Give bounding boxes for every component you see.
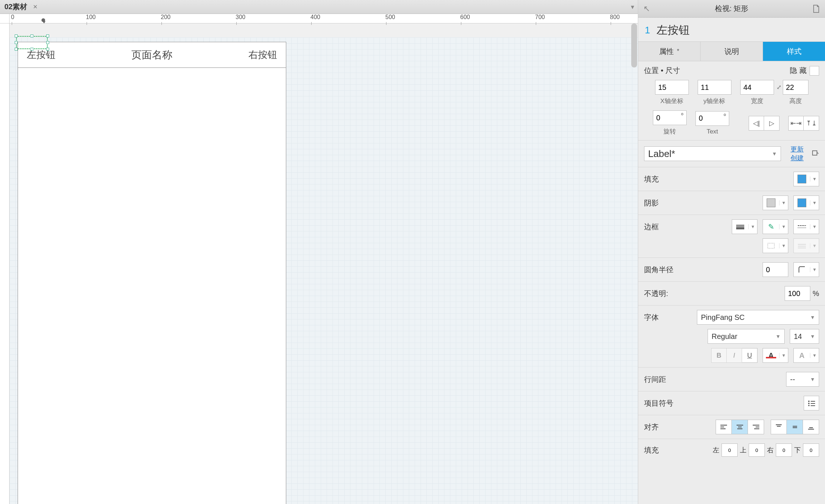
text-rotation-input[interactable] <box>695 111 729 126</box>
style-update-link[interactable]: 更新 <box>791 145 804 154</box>
tab-bar: 02素材 × ▾ <box>0 0 638 14</box>
opacity-label: 不透明: <box>644 289 677 299</box>
text-extra-picker[interactable]: A▼ <box>793 348 819 363</box>
pad-left-input[interactable] <box>722 443 738 457</box>
inspector-title: 检视: 矩形 <box>715 4 748 14</box>
document-tab[interactable]: 02素材 <box>4 2 30 12</box>
border-color-picker[interactable]: ✎▼ <box>763 219 788 234</box>
bold-button[interactable]: B <box>711 348 727 363</box>
align-middle-button[interactable] <box>787 420 803 434</box>
tab-properties[interactable]: 属性* <box>638 42 701 61</box>
pad-bottom-input[interactable] <box>803 443 819 457</box>
page-title-widget[interactable]: 页面名称 <box>18 48 286 62</box>
inspector-panel: ↖ 检视: 矩形 1 左按钮 属性* 说明 样式 位置 • 尺寸 隐 藏 <box>638 0 825 504</box>
line-height-dropdown[interactable]: --▼ <box>786 372 819 387</box>
artboard[interactable]: 左按钮 页面名称 右按钮 <box>18 42 286 504</box>
pad-top-input[interactable] <box>749 443 765 457</box>
width-label: 宽度 <box>740 97 774 105</box>
bullets-button[interactable] <box>804 396 819 410</box>
section-font: 字体 PingFang SC▼ Regular▼ 14▼ B I U <box>638 306 825 368</box>
align-top-button[interactable] <box>771 420 787 434</box>
pad-left-label: 左 <box>713 446 719 454</box>
inner-shadow-picker[interactable]: ▼ <box>793 196 819 210</box>
inspector-header: ↖ 检视: 矩形 <box>638 0 825 18</box>
tab-menu-icon[interactable]: ▾ <box>631 3 634 11</box>
align-bottom-button[interactable] <box>803 420 819 434</box>
ruler-mark: 700 <box>535 14 545 21</box>
canvas-area: 02素材 × ▾ 0 100 200 300 400 500 600 700 8… <box>0 0 638 504</box>
align-label: 对齐 <box>644 422 677 432</box>
radius-input[interactable] <box>763 262 788 277</box>
flip-vertical-icon[interactable]: ▷ <box>764 116 779 131</box>
padding-label: 填充 <box>644 445 677 455</box>
ruler-mark: 300 <box>236 14 246 21</box>
svg-point-9 <box>808 401 810 402</box>
radius-corner-picker[interactable]: ▼ <box>793 262 819 277</box>
section-fill: 填充 ▼ <box>638 167 825 191</box>
pad-bottom-label: 下 <box>794 446 801 454</box>
hide-label: 隐 藏 <box>790 66 807 76</box>
left-button-widget[interactable]: 左按钮 <box>27 48 55 61</box>
style-dropdown[interactable]: Label*▼ <box>644 146 781 161</box>
fit-width-icon[interactable]: ⇤⇥ <box>788 116 804 131</box>
x-label: X轴坐标 <box>655 97 689 105</box>
right-button-widget[interactable]: 右按钮 <box>248 48 277 61</box>
italic-button[interactable]: I <box>727 348 742 363</box>
section-padding: 填充 左 上 右 下 <box>638 439 825 461</box>
section-border: 边框 ▼ ✎▼ ▼ ▼ ▼ <box>638 215 825 258</box>
font-family-dropdown[interactable]: PingFang SC▼ <box>697 310 819 325</box>
font-label: 字体 <box>644 313 677 322</box>
flip-horizontal-icon[interactable]: ◁| <box>749 116 764 131</box>
height-label: 高度 <box>783 97 808 105</box>
ruler-corner <box>0 14 10 23</box>
radius-label: 圆角半径 <box>644 265 677 275</box>
height-input[interactable] <box>783 80 808 95</box>
ruler-mark: 200 <box>161 14 171 21</box>
align-left-button[interactable] <box>716 420 732 434</box>
width-input[interactable] <box>740 80 774 95</box>
lock-aspect-icon[interactable]: ⤢ <box>777 84 781 91</box>
fit-height-icon[interactable]: ⤒⤓ <box>804 116 819 131</box>
back-icon[interactable]: ↖ <box>643 4 650 14</box>
pad-top-label: 上 <box>740 446 746 454</box>
align-right-button[interactable] <box>748 420 764 434</box>
border-width-picker[interactable]: ▼ <box>732 219 757 234</box>
hide-checkbox[interactable] <box>810 66 819 76</box>
fill-label: 填充 <box>644 174 677 184</box>
svg-point-13 <box>808 405 810 406</box>
section-opacity: 不透明: % <box>638 282 825 306</box>
align-center-button[interactable] <box>732 420 748 434</box>
tab-style[interactable]: 样式 <box>763 42 825 61</box>
section-bullets: 项目符号 <box>638 391 825 415</box>
border-visibility-picker[interactable]: ▼ <box>763 238 788 253</box>
outer-shadow-picker[interactable]: ▼ <box>763 196 788 210</box>
border-pattern-picker[interactable]: ▼ <box>793 238 819 253</box>
text-color-picker[interactable]: A▼ <box>763 348 788 363</box>
close-tab-icon[interactable]: × <box>30 3 40 11</box>
fill-color-picker[interactable]: ▼ <box>793 172 819 186</box>
element-index: 1 <box>645 25 650 36</box>
vertical-ruler[interactable] <box>0 23 10 504</box>
ruler-mark: 600 <box>460 14 470 21</box>
x-input[interactable] <box>655 80 689 95</box>
horizontal-ruler[interactable]: 0 100 200 300 400 500 600 700 800 <box>10 14 638 23</box>
tab-notes[interactable]: 说明 <box>701 42 763 61</box>
inspector-tabs: 属性* 说明 样式 <box>638 41 825 61</box>
edit-style-icon[interactable] <box>812 150 819 157</box>
underline-button[interactable]: U <box>742 348 757 363</box>
notes-icon[interactable] <box>813 5 820 13</box>
svg-point-11 <box>808 403 810 404</box>
ruler-playhead-icon[interactable] <box>40 18 47 23</box>
font-size-dropdown[interactable]: 14▼ <box>790 329 819 344</box>
canvas-viewport[interactable]: 左按钮 页面名称 右按钮 <box>10 37 638 504</box>
font-weight-dropdown[interactable]: Regular▼ <box>708 329 785 344</box>
border-style-picker[interactable]: ▼ <box>793 219 819 234</box>
opacity-input[interactable] <box>785 286 810 301</box>
canvas-scrollbar[interactable] <box>631 23 637 67</box>
element-name[interactable]: 左按钮 <box>657 23 690 38</box>
y-input[interactable] <box>698 80 731 95</box>
element-name-row: 1 左按钮 <box>638 18 825 41</box>
pad-right-input[interactable] <box>776 443 792 457</box>
style-create-link[interactable]: 创建 <box>791 154 804 162</box>
rotation-input[interactable] <box>653 110 687 125</box>
